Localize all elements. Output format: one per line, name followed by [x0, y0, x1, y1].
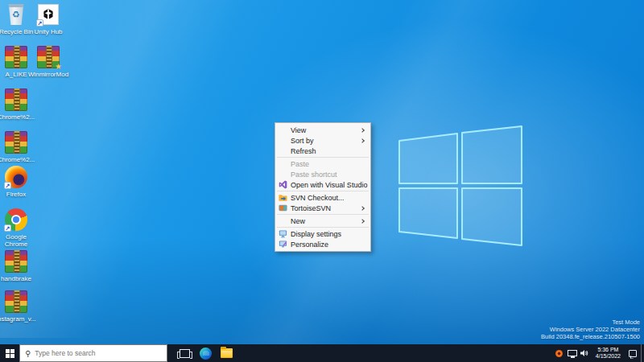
watermark-line: Windows Server 2022 Datacenter: [541, 326, 640, 333]
clock-date: 4/15/2022: [596, 353, 621, 360]
desktop-icon-chrome-archive-2[interactable]: Chrome%2...: [0, 130, 39, 163]
desktop-icon-label: A_LIKE: [5, 71, 27, 78]
menu-item-personalize[interactable]: Personalize: [275, 239, 370, 249]
desktop-icon-label: WinmirrorMod: [28, 71, 68, 78]
tray-app-icon: [555, 350, 563, 357]
volume-button[interactable]: [579, 344, 592, 362]
tray-app-button[interactable]: [553, 344, 566, 362]
system-tray: 5:36 PM 4/15/2022: [553, 344, 644, 362]
network-icon: [568, 350, 577, 356]
desktop-context-menu: View Sort by Refresh Paste Paste shortcu…: [275, 122, 371, 252]
clock-time: 5:36 PM: [596, 347, 621, 353]
recycle-bin-icon: [7, 4, 25, 25]
taskbar: ⚲: [0, 344, 644, 362]
desktop-icon-unity-hub[interactable]: ↗ Unity Hub: [26, 2, 71, 35]
menu-item-paste-shortcut: Paste shortcut: [275, 169, 370, 179]
desktop-icon-google-chrome[interactable]: ↗ Google Chrome: [0, 208, 39, 248]
menu-item-paste: Paste: [275, 158, 370, 169]
test-mode-watermark: Test Mode Windows Server 2022 Datacenter…: [541, 319, 640, 340]
svn-checkout-icon: [279, 193, 291, 203]
tortoisesvn-icon: [279, 204, 291, 213]
winrar-archive-icon: [5, 131, 27, 154]
desktop-icon-label: Firefox: [6, 191, 26, 198]
show-desktop-button[interactable]: [641, 344, 644, 362]
shortcut-arrow-icon: ↗: [4, 182, 11, 189]
watermark-line: Test Mode: [541, 319, 640, 326]
winrar-archive-icon: [5, 250, 27, 273]
desktop-icon-label: handbrake: [1, 275, 31, 282]
network-button[interactable]: [566, 344, 579, 362]
menu-separator: [277, 227, 369, 228]
menu-separator: [277, 157, 369, 158]
edge-taskbar-button[interactable]: [195, 344, 216, 362]
visual-studio-icon: [279, 180, 291, 190]
menu-item-new[interactable]: New: [275, 216, 370, 226]
menu-item-sort-by[interactable]: Sort by: [275, 135, 370, 146]
start-button[interactable]: [0, 344, 19, 362]
desktop-icon-label: Unity Hub: [34, 28, 62, 35]
shortcut-arrow-icon: ↗: [4, 224, 11, 232]
task-view-icon: [180, 349, 190, 358]
menu-item-tortoisesvn[interactable]: TortoiseSVN: [275, 203, 370, 213]
star-badge-icon: ★: [55, 62, 62, 71]
desktop-icon-label: instagram_v...: [0, 315, 36, 323]
desktop-icon-label: Chrome%2...: [0, 156, 35, 163]
desktop-icon-firefox[interactable]: ↗ Firefox: [0, 165, 39, 198]
winrar-archive-icon: [5, 290, 27, 313]
desktop-icon-label: Chrome%2...: [0, 113, 35, 121]
windows-wallpaper-logo: [396, 124, 525, 249]
menu-separator: [277, 214, 369, 215]
file-explorer-icon: [221, 348, 233, 358]
personalize-icon: [279, 240, 291, 249]
display-settings-icon: [279, 229, 291, 239]
menu-separator: [277, 191, 369, 191]
desktop-icon-winmirrormod[interactable]: ★ WinmirrorMod: [26, 45, 71, 78]
edge-icon: [200, 348, 212, 360]
speaker-icon: [580, 349, 589, 357]
menu-item-display-settings[interactable]: Display settings: [275, 228, 370, 239]
menu-item-view[interactable]: View: [275, 125, 370, 135]
desktop-icon-chrome-archive-1[interactable]: Chrome%2...: [0, 88, 39, 121]
action-center-button[interactable]: [625, 344, 641, 362]
action-center-icon: [629, 350, 637, 357]
menu-item-refresh[interactable]: Refresh: [275, 146, 370, 156]
task-view-button[interactable]: [174, 344, 195, 362]
search-input[interactable]: [35, 349, 147, 357]
winrar-archive-icon: [5, 88, 27, 111]
taskbar-clock[interactable]: 5:36 PM 4/15/2022: [592, 347, 625, 360]
winrar-archive-icon: [5, 46, 27, 68]
file-explorer-taskbar-button[interactable]: [216, 344, 237, 362]
windows-start-icon: [6, 349, 14, 358]
desktop: Recycle Bin ↗ Unity Hub A_LIKE ★ Winmirr…: [0, 0, 644, 362]
menu-item-svn-checkout[interactable]: SVN Checkout...: [275, 192, 370, 203]
menu-item-open-with-visual-studio[interactable]: Open with Visual Studio: [275, 179, 370, 190]
desktop-icon-instagram[interactable]: instagram_v...: [0, 290, 39, 323]
desktop-icon-label: Google Chrome: [0, 233, 39, 248]
shortcut-arrow-icon: ↗: [36, 19, 43, 27]
desktop-icon-handbrake[interactable]: handbrake: [0, 249, 39, 282]
watermark-line: Build 20348.fe_release.210507-1500: [541, 333, 640, 340]
search-icon: ⚲: [25, 349, 31, 358]
taskbar-search[interactable]: ⚲: [19, 344, 167, 362]
